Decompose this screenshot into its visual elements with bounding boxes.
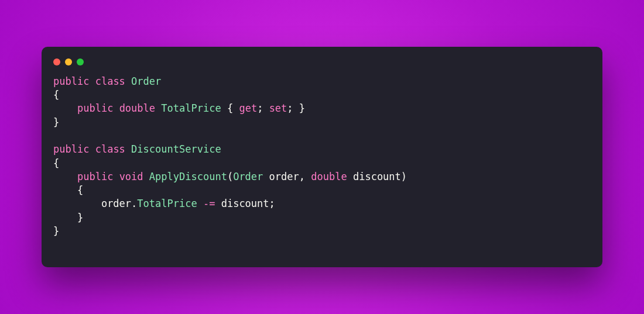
code-token: public — [53, 75, 89, 87]
code-block: public class Order { public double Total… — [53, 75, 591, 239]
code-token: { — [227, 102, 233, 114]
code-token: TotalPrice — [161, 102, 221, 114]
code-token: double — [119, 102, 155, 114]
minimize-icon[interactable] — [65, 58, 72, 65]
code-token: DiscountService — [131, 143, 221, 155]
code-token: order — [269, 171, 299, 182]
code-token: ( — [227, 171, 233, 182]
code-token: . — [131, 198, 137, 209]
code-token: get — [239, 102, 257, 114]
code-token: { — [53, 89, 59, 101]
code-token: } — [53, 225, 59, 237]
code-token: Order — [131, 75, 161, 87]
code-token: } — [299, 102, 305, 114]
code-token: public — [77, 171, 113, 182]
code-token: void — [119, 171, 143, 182]
code-token: ) — [401, 171, 407, 182]
code-token: double — [311, 171, 347, 182]
code-token: Order — [233, 171, 263, 182]
code-token: ; — [257, 102, 263, 114]
code-token: set — [269, 102, 287, 114]
code-window: public class Order { public double Total… — [42, 47, 602, 268]
code-token: TotalPrice — [137, 198, 197, 209]
code-token: { — [77, 184, 83, 196]
close-icon[interactable] — [53, 58, 60, 65]
code-token: ; — [269, 198, 275, 209]
maximize-icon[interactable] — [77, 58, 84, 65]
code-token: , — [299, 171, 305, 182]
code-token: ; — [287, 102, 293, 114]
code-token: class — [95, 75, 125, 87]
code-token: discount — [353, 171, 401, 182]
code-token: discount — [221, 198, 269, 209]
code-token: class — [95, 143, 125, 155]
code-token: -= — [203, 198, 215, 209]
code-token: } — [53, 116, 59, 128]
code-token: public — [53, 143, 89, 155]
code-token: ApplyDiscount — [149, 171, 227, 182]
code-token: { — [53, 157, 59, 169]
code-token: order — [101, 198, 131, 209]
window-traffic-lights — [53, 57, 591, 75]
code-token: } — [77, 212, 83, 223]
code-token: public — [77, 102, 113, 114]
